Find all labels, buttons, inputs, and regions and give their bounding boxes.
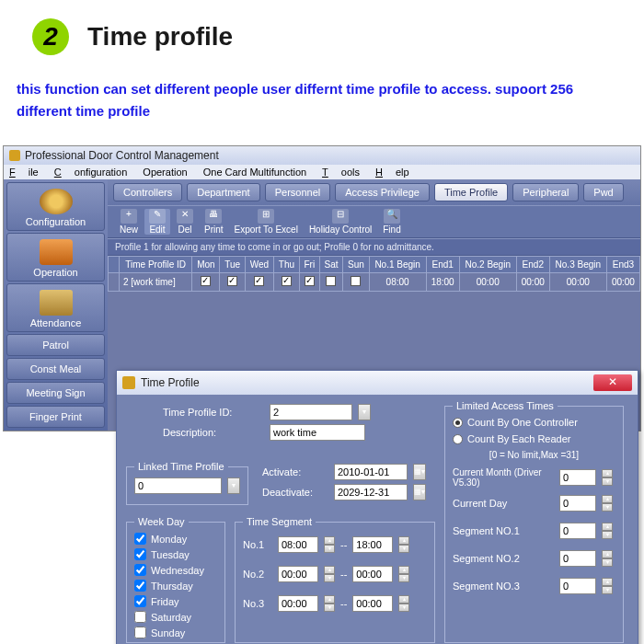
- tab-controllers[interactable]: Controllers: [113, 183, 182, 201]
- current-day-spinner[interactable]: ▴▾: [602, 495, 613, 512]
- tab-pwd[interactable]: Pwd: [583, 183, 623, 201]
- menubar[interactable]: File Configuration Operation One Card Mu…: [4, 165, 640, 179]
- grid-header[interactable]: End2: [516, 257, 549, 273]
- segment1-spinner[interactable]: ▴▾: [602, 523, 613, 539]
- toolbar-holiday-control[interactable]: ⊟Holiday Control: [305, 209, 376, 235]
- seg-end-field[interactable]: [352, 536, 393, 553]
- toolbar-new[interactable]: +New: [115, 209, 143, 235]
- weekday-monday[interactable]: Monday: [134, 533, 217, 545]
- sidebar-const-meal[interactable]: Const Meal: [6, 358, 105, 380]
- grid-header[interactable]: Sun: [343, 257, 369, 273]
- grid-cell-day[interactable]: [319, 273, 342, 292]
- time-profile-grid[interactable]: Time Profile IDMonTueWedThuFriSatSunNo.1…: [108, 256, 640, 292]
- sidebar-configuration[interactable]: Configuration: [6, 182, 105, 231]
- menu-onecard[interactable]: One Card Multifunction: [203, 167, 307, 178]
- checkbox[interactable]: [134, 533, 146, 545]
- sidebar-finger-print[interactable]: Finger Print: [6, 406, 105, 428]
- grid-header[interactable]: Time Profile ID: [120, 257, 192, 273]
- deactivate-picker[interactable]: ▦▾: [413, 484, 426, 500]
- weekday-saturday[interactable]: Saturday: [134, 611, 217, 623]
- grid-cell-day[interactable]: [343, 273, 369, 292]
- checkbox[interactable]: [134, 548, 146, 560]
- radio-one-controller[interactable]: Count By One Controller: [453, 417, 615, 428]
- tab-department[interactable]: Department: [187, 183, 259, 201]
- grid-cell-day[interactable]: [299, 273, 319, 292]
- checkbox[interactable]: [134, 627, 146, 638]
- grid-header[interactable]: Wed: [245, 257, 273, 273]
- seg-begin-spinner[interactable]: ▴▾: [324, 566, 335, 582]
- segment2-spinner[interactable]: ▴▾: [602, 550, 613, 567]
- grid-cell-day[interactable]: [245, 273, 273, 292]
- segment3-spinner[interactable]: ▴▾: [602, 578, 613, 594]
- toolbar-find[interactable]: 🔍Find: [378, 209, 405, 235]
- deactivate-field[interactable]: [334, 484, 408, 500]
- grid-cell-id[interactable]: 2 [work time]: [120, 273, 192, 292]
- menu-file[interactable]: File: [9, 167, 39, 178]
- profile-id-dropdown[interactable]: ▾: [358, 404, 371, 420]
- toolbar-export-to-excel[interactable]: ⊞Export To Excel: [230, 209, 303, 235]
- linked-profile-dropdown[interactable]: ▾: [227, 477, 240, 494]
- grid-header[interactable]: Fri: [299, 257, 319, 273]
- weekday-thursday[interactable]: Thursday: [134, 580, 217, 592]
- weekday-tuesday[interactable]: Tuesday: [134, 548, 217, 560]
- segment3-field[interactable]: [559, 578, 596, 594]
- seg-end-field[interactable]: [352, 566, 393, 582]
- toolbar-print[interactable]: 🖶Print: [200, 209, 228, 235]
- grid-header[interactable]: End3: [606, 257, 639, 273]
- sidebar-operation[interactable]: Operation: [6, 233, 105, 282]
- seg-end-field[interactable]: [352, 595, 393, 612]
- grid-header[interactable]: No.3 Begin: [549, 257, 606, 273]
- grid-header[interactable]: End1: [426, 257, 459, 273]
- seg-begin-field[interactable]: [278, 566, 318, 582]
- checkbox[interactable]: [134, 580, 146, 592]
- sidebar-patrol[interactable]: Patrol: [6, 334, 105, 356]
- grid-header[interactable]: Sat: [319, 257, 342, 273]
- sidebar-meeting-sign[interactable]: Meeting Sign: [6, 382, 105, 404]
- toolbar-del[interactable]: ✕Del: [172, 209, 198, 235]
- segment2-field[interactable]: [559, 550, 596, 567]
- grid-header[interactable]: Thu: [274, 257, 300, 273]
- linked-profile-field[interactable]: [134, 477, 222, 494]
- tab-access-privilege[interactable]: Access Privilege: [335, 183, 430, 201]
- tab-personnel[interactable]: Personnel: [265, 183, 331, 201]
- seg-begin-field[interactable]: [278, 536, 318, 553]
- description-field[interactable]: [270, 424, 365, 441]
- grid-header[interactable]: Tue: [220, 257, 245, 273]
- seg-begin-field[interactable]: [278, 595, 318, 612]
- weekday-wednesday[interactable]: Wednesday: [134, 564, 217, 576]
- current-month-field[interactable]: [559, 469, 596, 486]
- grid-cell-day[interactable]: [192, 273, 220, 292]
- checkbox[interactable]: [134, 595, 146, 607]
- grid-header[interactable]: Mon: [192, 257, 220, 273]
- seg-end-spinner[interactable]: ▴▾: [398, 566, 409, 582]
- tab-time-profile[interactable]: Time Profile: [434, 183, 508, 201]
- close-button[interactable]: ✕: [593, 374, 632, 391]
- weekday-sunday[interactable]: Sunday: [134, 627, 217, 638]
- grid-cell-day[interactable]: [274, 273, 300, 292]
- menu-configuration[interactable]: Configuration: [54, 167, 127, 178]
- checkbox[interactable]: [134, 564, 146, 576]
- toolbar-edit[interactable]: ✎Edit: [144, 209, 170, 235]
- grid-header[interactable]: No.2 Begin: [459, 257, 516, 273]
- sidebar-attendance[interactable]: Attendance: [6, 283, 105, 332]
- seg-begin-spinner[interactable]: ▴▾: [324, 595, 335, 612]
- radio-each-reader[interactable]: Count By Each Reader: [453, 433, 615, 444]
- menu-help[interactable]: Help: [375, 167, 409, 178]
- activate-picker[interactable]: ▦▾: [413, 464, 426, 480]
- activate-field[interactable]: [334, 464, 408, 480]
- tab-peripheral[interactable]: Peripheral: [512, 183, 579, 201]
- current-day-field[interactable]: [559, 495, 596, 512]
- dialog-titlebar[interactable]: Time Profile ✕: [117, 371, 638, 395]
- menu-tools[interactable]: Tools: [322, 167, 360, 178]
- seg-end-spinner[interactable]: ▴▾: [398, 536, 409, 553]
- profile-id-field[interactable]: [270, 404, 352, 420]
- segment1-field[interactable]: [559, 523, 596, 539]
- grid-header[interactable]: No.1 Begin: [369, 257, 426, 273]
- checkbox[interactable]: [134, 611, 146, 623]
- seg-end-spinner[interactable]: ▴▾: [398, 595, 409, 612]
- grid-cell-day[interactable]: [220, 273, 245, 292]
- menu-operation[interactable]: Operation: [143, 167, 187, 178]
- current-month-spinner[interactable]: ▴▾: [602, 469, 613, 486]
- seg-begin-spinner[interactable]: ▴▾: [324, 536, 335, 553]
- weekday-friday[interactable]: Friday: [134, 595, 217, 607]
